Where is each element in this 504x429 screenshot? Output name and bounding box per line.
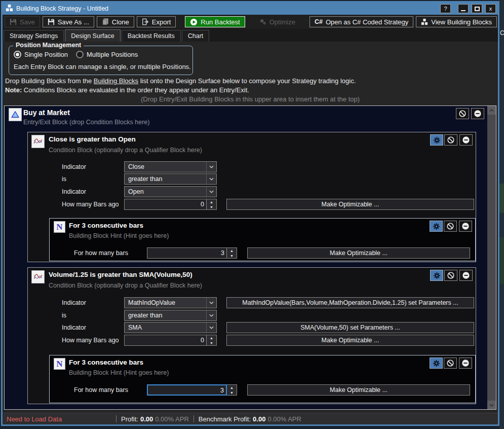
spinner-down-icon[interactable]: ▼ xyxy=(207,340,216,345)
gear-icon xyxy=(433,360,440,367)
remove-block-button[interactable] xyxy=(459,358,472,369)
settings-button[interactable] xyxy=(430,221,443,232)
building-blocks-link: Building Blocks xyxy=(94,77,138,85)
benchmark-label: Benchmark Profit: xyxy=(199,415,251,423)
number-spinner[interactable]: ▲▼ xyxy=(207,199,217,210)
disable-block-button[interactable] xyxy=(444,221,457,232)
disable-block-button[interactable] xyxy=(444,270,457,281)
optimize-button[interactable]: Optimize xyxy=(254,16,300,27)
set-parameters-button[interactable]: MathIndOpValue(Bars,Volume,MathOperation… xyxy=(226,297,474,308)
number-spinner[interactable]: ▲▼ xyxy=(207,335,217,346)
remove-block-button[interactable] xyxy=(459,270,473,281)
profit-label: Profit: xyxy=(121,415,138,423)
export-icon xyxy=(142,18,149,25)
chevron-down-icon xyxy=(489,404,494,407)
app-blocks-icon xyxy=(6,4,13,14)
toolbar: Save Save As ... Clone Export Run Backte… xyxy=(3,15,498,29)
tab-strategy-settings[interactable]: Strategy Settings xyxy=(4,30,64,42)
benchmark-apr: 0.00% APR xyxy=(267,415,301,423)
condition-subtitle: Condition Block (optionally drop a Quali… xyxy=(49,147,202,154)
save-icon xyxy=(10,18,17,25)
operator-dropdown[interactable]: greater than xyxy=(124,310,217,321)
make-optimizable-button[interactable]: Make Optimizable ... xyxy=(247,247,470,259)
spinner-up-icon[interactable]: ▲ xyxy=(227,385,237,390)
minimize-button[interactable] xyxy=(458,4,469,13)
field-label: is xyxy=(62,173,66,185)
clone-button[interactable]: Clone xyxy=(97,16,134,27)
radio-selected-icon xyxy=(14,51,21,58)
make-optimizable-button[interactable]: Make Optimizable ... xyxy=(226,199,474,210)
number-spinner[interactable]: ▲▼ xyxy=(227,247,237,259)
close-button[interactable]: x xyxy=(485,4,496,13)
export-button[interactable]: Export xyxy=(137,16,176,27)
open-csharp-button[interactable]: C# Open as C# Coded Strategy xyxy=(309,16,413,27)
multiple-positions-option[interactable]: Multiple Positions xyxy=(76,51,138,58)
view-building-blocks-button[interactable]: View Building Blocks xyxy=(416,16,497,27)
scrollbar-track[interactable] xyxy=(487,115,496,401)
spinner-down-icon[interactable]: ▼ xyxy=(207,204,216,209)
drop-hint-text: (Drop Entry/Exit Building Blocks in this… xyxy=(3,95,498,103)
scroll-down-button[interactable] xyxy=(487,401,496,409)
no-icon xyxy=(446,222,454,230)
vertical-scrollbar[interactable] xyxy=(487,106,496,409)
spinner-up-icon[interactable]: ▲ xyxy=(227,248,237,253)
tab-backtest-results[interactable]: Backtest Results xyxy=(122,30,181,42)
number-spinner[interactable]: ▲▼ xyxy=(227,384,237,396)
qualifier-block-consecutive-bars[interactable]: N For 3 consecutive bars Building Block … xyxy=(49,355,476,403)
bars-ago-input[interactable]: 0 xyxy=(124,199,207,210)
make-optimizable-button[interactable]: Make Optimizable ... xyxy=(226,335,474,346)
qualifier-block-consecutive-bars[interactable]: N For 3 consecutive bars Building Block … xyxy=(49,218,476,261)
settings-button[interactable] xyxy=(430,358,443,369)
remove-block-button[interactable] xyxy=(471,108,484,119)
minus-circle-icon xyxy=(474,110,482,118)
group-title: Position Management xyxy=(13,42,84,49)
window-title: Building Block Strategy - Untitled xyxy=(16,5,437,12)
indicator-dropdown[interactable]: SMA xyxy=(124,322,217,333)
gear-icon xyxy=(433,136,441,144)
indicator-dropdown[interactable]: Open xyxy=(124,186,217,197)
disable-block-button[interactable] xyxy=(456,108,469,119)
entry-block-buy-at-market[interactable]: Buy at Market Entry/Exit Block (drop Con… xyxy=(5,106,487,409)
condition-block-volume-gt-sma[interactable]: Volume/1.25 is greater than SMA(Volume,5… xyxy=(27,267,476,404)
save-button[interactable]: Save xyxy=(5,16,40,27)
set-parameters-button[interactable]: SMA(Volume,50) set Parameters ... xyxy=(226,322,474,333)
bars-count-input-focused[interactable]: 3 xyxy=(147,384,227,396)
scroll-up-button[interactable] xyxy=(487,106,496,115)
tab-chart[interactable]: Chart xyxy=(182,30,210,42)
spinner-up-icon[interactable]: ▲ xyxy=(207,199,216,204)
spinner-up-icon[interactable]: ▲ xyxy=(207,335,216,340)
remove-block-button[interactable] xyxy=(459,134,473,146)
optimize-icon xyxy=(259,18,266,25)
no-icon xyxy=(446,359,454,367)
single-position-option[interactable]: Single Position xyxy=(14,51,68,58)
settings-button[interactable] xyxy=(430,270,443,281)
spinner-down-icon[interactable]: ▼ xyxy=(227,390,237,395)
condition-block-close-gt-open[interactable]: Close is greater than Open Condition Blo… xyxy=(27,132,476,262)
run-backtest-button[interactable]: Run Backtest xyxy=(185,16,245,27)
profit-value: 0.00 xyxy=(140,415,153,423)
indicator-dropdown[interactable]: Close xyxy=(124,161,217,172)
run-icon xyxy=(190,18,198,26)
benchmark-value: 0.00 xyxy=(253,415,265,423)
tab-design-surface[interactable]: Design Surface xyxy=(65,29,120,42)
csharp-icon: C# xyxy=(315,18,323,25)
disable-block-button[interactable] xyxy=(444,134,457,146)
indicator-dropdown[interactable]: MathIndOpValue xyxy=(124,297,217,308)
operator-dropdown[interactable]: greater than xyxy=(124,173,217,185)
spinner-down-icon[interactable]: ▼ xyxy=(227,253,237,258)
title-bar: Building Block Strategy - Untitled ? x xyxy=(3,3,498,15)
minimize-icon xyxy=(461,10,466,11)
bars-ago-input[interactable]: 0 xyxy=(124,335,207,346)
clone-icon xyxy=(102,18,109,25)
disable-block-button[interactable] xyxy=(444,358,457,369)
make-optimizable-button[interactable]: Make Optimizable ... xyxy=(247,384,470,396)
chevron-down-icon xyxy=(206,162,216,172)
remove-block-button[interactable] xyxy=(459,221,472,232)
settings-button[interactable] xyxy=(430,134,443,146)
bars-count-input[interactable]: 3 xyxy=(147,247,227,259)
field-label: How many Bars ago xyxy=(62,335,119,346)
help-button[interactable]: ? xyxy=(440,4,451,13)
maximize-button[interactable] xyxy=(472,4,482,13)
no-icon xyxy=(458,110,467,118)
save-as-button[interactable]: Save As ... xyxy=(43,16,94,27)
